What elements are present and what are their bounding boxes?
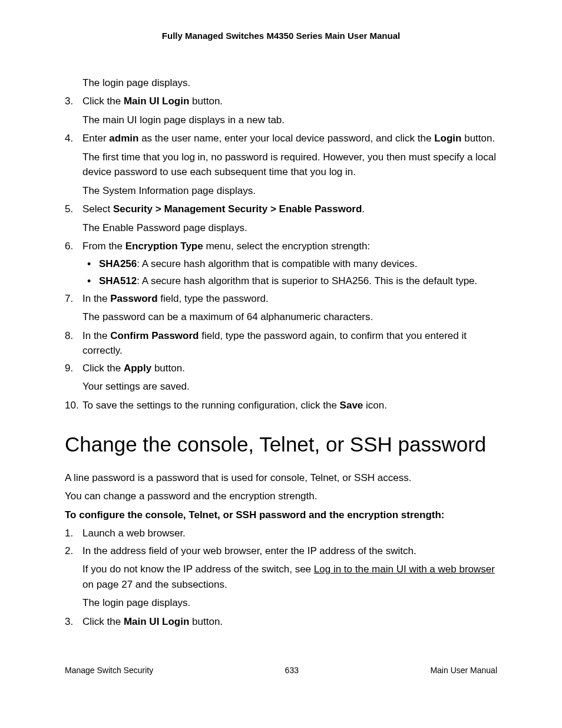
step-text: From the Encryption Type menu, select th… bbox=[82, 241, 370, 252]
step-result: Your settings are saved. bbox=[82, 379, 497, 394]
step-number: 7. bbox=[65, 291, 73, 307]
procedure-lead: To configure the console, Telnet, or SSH… bbox=[65, 508, 497, 523]
step-text: Click the Main UI Login button. bbox=[82, 95, 223, 107]
step-note: If you do not know the IP address of the… bbox=[82, 562, 497, 592]
option-sha512: SHA512: A secure hash algorithm that is … bbox=[82, 274, 497, 289]
step-text: Select Security > Management Security > … bbox=[82, 203, 365, 215]
footer-left: Manage Switch Security bbox=[65, 664, 153, 677]
step-number: 10. bbox=[65, 398, 79, 413]
step-6: 6. From the Encryption Type menu, select… bbox=[65, 239, 497, 289]
step-4: 4. Enter admin as the user name, enter y… bbox=[65, 131, 497, 198]
step-number: 3. bbox=[65, 94, 73, 109]
section-paragraph: A line password is a password that is us… bbox=[65, 470, 497, 486]
step-text: In the address field of your web browser… bbox=[82, 545, 416, 556]
step-number: 9. bbox=[65, 361, 73, 376]
footer-right: Main User Manual bbox=[430, 664, 497, 677]
footer-page-number: 633 bbox=[285, 664, 299, 677]
step-note: The first time that you log in, no passw… bbox=[82, 150, 497, 180]
step-number: 2. bbox=[65, 543, 73, 559]
option-sha256: SHA256: A secure hash algorithm that is … bbox=[82, 256, 497, 272]
section-paragraph: You can change a password and the encryp… bbox=[65, 489, 497, 504]
step-text: Click the Apply button. bbox=[82, 363, 185, 374]
encryption-options: SHA256: A secure hash algorithm that is … bbox=[82, 256, 497, 289]
step-number: 5. bbox=[65, 202, 73, 217]
step-number: 3. bbox=[65, 614, 73, 630]
cross-reference-link[interactable]: Log in to the main UI with a web browser bbox=[314, 564, 495, 575]
step-3: 3. Click the Main UI Login button. bbox=[65, 614, 497, 630]
procedure-steps-1: 3. Click the Main UI Login button. The m… bbox=[65, 94, 497, 413]
step-5: 5. Select Security > Management Security… bbox=[65, 202, 497, 235]
step-result: The Enable Password page displays. bbox=[82, 220, 497, 236]
step-text: Launch a web browser. bbox=[82, 528, 186, 539]
step-note: The password can be a maximum of 64 alph… bbox=[82, 309, 497, 325]
step-number: 8. bbox=[65, 328, 73, 344]
procedure-steps-2: 1. Launch a web browser. 2. In the addre… bbox=[65, 526, 497, 629]
step-text: In the Confirm Password field, type the … bbox=[82, 330, 467, 357]
step-1: 1. Launch a web browser. bbox=[65, 526, 497, 541]
step-9: 9. Click the Apply button. Your settings… bbox=[65, 361, 497, 394]
step-result: The System Information page displays. bbox=[82, 183, 497, 199]
page-footer: Manage Switch Security 633 Main User Man… bbox=[65, 664, 497, 677]
step-number: 1. bbox=[65, 526, 73, 541]
step-10: 10. To save the settings to the running … bbox=[65, 398, 497, 413]
page-header: Fully Managed Switches M4350 Series Main… bbox=[65, 29, 497, 43]
step-3: 3. Click the Main UI Login button. The m… bbox=[65, 94, 497, 127]
step-number: 6. bbox=[65, 239, 73, 254]
step-result: The main UI login page displays in a new… bbox=[82, 113, 497, 128]
step-7: 7. In the Password field, type the passw… bbox=[65, 291, 497, 325]
step-2: 2. In the address field of your web brow… bbox=[65, 543, 497, 611]
step-text: To save the settings to the running conf… bbox=[82, 400, 387, 411]
step-text: Enter admin as the user name, enter your… bbox=[82, 133, 495, 144]
step-text: In the Password field, type the password… bbox=[82, 293, 269, 304]
step-text: Click the Main UI Login button. bbox=[82, 616, 223, 627]
step-8: 8. In the Confirm Password field, type t… bbox=[65, 328, 497, 358]
step-result: The login page displays. bbox=[82, 595, 497, 611]
step-number: 4. bbox=[65, 131, 73, 146]
step-result: The login page displays. bbox=[82, 75, 497, 91]
section-heading: Change the console, Telnet, or SSH passw… bbox=[65, 431, 497, 457]
